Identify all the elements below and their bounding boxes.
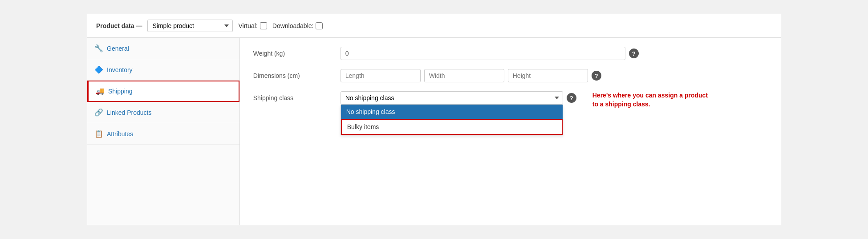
shipping-class-dropdown: No shipping class Bulky items [341, 105, 563, 135]
downloadable-checkbox[interactable] [316, 22, 323, 29]
weight-inputs: ? [341, 47, 767, 60]
width-input[interactable] [424, 69, 504, 82]
callout-text: Here's where you can assign a product to… [592, 91, 708, 109]
sidebar: 🔧 General 🔷 Inventory 🚚 Shipping 🔗 Linke… [87, 38, 240, 225]
table-icon: 📋 [94, 130, 103, 138]
shipping-class-label: Shipping class [253, 91, 333, 101]
link-icon: 🔗 [94, 108, 103, 117]
sidebar-item-inventory[interactable]: 🔷 Inventory [87, 59, 239, 81]
length-input[interactable] [341, 69, 421, 82]
shipping-class-help-icon[interactable]: ? [567, 93, 576, 103]
dropdown-option-bulky[interactable]: Bulky items [341, 119, 563, 135]
virtual-checkbox[interactable] [260, 22, 267, 29]
sidebar-item-linked-products-label: Linked Products [107, 109, 151, 116]
dimensions-row: Dimensions (cm) ? [253, 69, 767, 82]
dimensions-help-icon[interactable]: ? [592, 71, 601, 81]
dimensions-inputs: ? [341, 69, 767, 82]
main-content: Weight (kg) ? Dimensions (cm) ? [240, 38, 781, 225]
product-type-select[interactable]: Simple product Variable product Grouped … [147, 20, 233, 32]
product-data-title: Product data — [96, 22, 142, 29]
wrench-icon: 🔧 [94, 44, 103, 53]
dropdown-option-no-shipping[interactable]: No shipping class [341, 105, 563, 119]
dimensions-fields [341, 69, 588, 82]
weight-label: Weight (kg) [253, 47, 333, 57]
product-data-header: Product data — Simple product Variable p… [87, 14, 781, 38]
sidebar-item-linked-products[interactable]: 🔗 Linked Products [87, 102, 239, 123]
truck-icon: 🚚 [96, 87, 105, 95]
product-data-body: 🔧 General 🔷 Inventory 🚚 Shipping 🔗 Linke… [87, 38, 781, 225]
shipping-class-with-callout: Shipping class No shipping class Bulky i… [253, 91, 708, 109]
downloadable-label: Downloadable: [272, 22, 323, 29]
shipping-class-field-group: No shipping class Bulky items No shippin… [341, 91, 576, 105]
sidebar-item-general[interactable]: 🔧 General [87, 38, 239, 59]
sidebar-item-attributes[interactable]: 📋 Attributes [87, 123, 239, 145]
diamond-icon: 🔷 [94, 65, 103, 74]
sidebar-item-general-label: General [107, 45, 129, 52]
height-input[interactable] [508, 69, 588, 82]
shipping-class-select-row: No shipping class Bulky items No shippin… [341, 91, 576, 105]
weight-input[interactable] [341, 47, 625, 60]
weight-row: Weight (kg) ? [253, 47, 767, 60]
sidebar-item-attributes-label: Attributes [107, 130, 133, 138]
sidebar-item-shipping-label: Shipping [108, 88, 133, 95]
weight-help-icon[interactable]: ? [629, 49, 639, 58]
shipping-select-container: No shipping class Bulky items No shippin… [341, 91, 563, 105]
shipping-class-row: Shipping class No shipping class Bulky i… [253, 91, 767, 109]
product-data-panel: Product data — Simple product Variable p… [87, 14, 781, 225]
sidebar-item-shipping[interactable]: 🚚 Shipping [87, 81, 239, 102]
shipping-class-select[interactable]: No shipping class Bulky items [341, 91, 563, 105]
dimensions-label: Dimensions (cm) [253, 69, 333, 79]
sidebar-item-inventory-label: Inventory [107, 66, 133, 73]
virtual-label: Virtual: [238, 22, 267, 29]
